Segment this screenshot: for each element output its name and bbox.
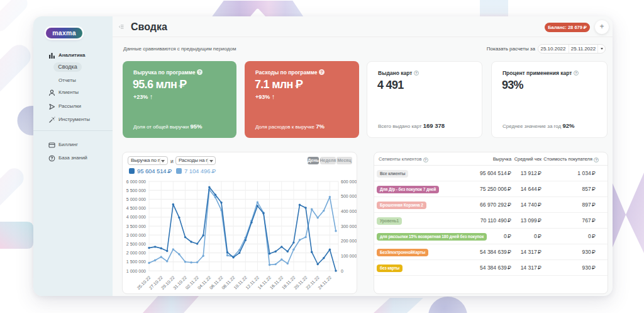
svg-text:300 000: 300 000 (341, 224, 357, 229)
svg-text:200 000: 200 000 (341, 239, 357, 243)
svg-text:4 000 000: 4 000 000 (126, 215, 146, 219)
svg-text:1 000 000: 1 000 000 (126, 269, 146, 273)
svg-text:5 000 000: 5 000 000 (126, 197, 146, 202)
svg-text:2 000 000: 2 000 000 (126, 251, 146, 255)
svg-text:3 500 000: 3 500 000 (126, 224, 146, 229)
svg-text:400 000: 400 000 (341, 209, 357, 213)
svg-text:1 500 000: 1 500 000 (126, 259, 146, 264)
svg-text:5 500 000: 5 500 000 (126, 188, 146, 193)
svg-text:2 500 000: 2 500 000 (126, 242, 146, 246)
svg-text:0: 0 (341, 269, 343, 273)
svg-text:24.11.22: 24.11.22 (317, 275, 332, 290)
svg-text:6 000 000: 6 000 000 (126, 179, 146, 184)
svg-text:600 000: 600 000 (341, 179, 357, 184)
svg-text:100 000: 100 000 (341, 254, 357, 258)
svg-text:4 500 000: 4 500 000 (126, 206, 146, 210)
svg-text:500 000: 500 000 (341, 194, 357, 198)
svg-text:3 000 000: 3 000 000 (126, 233, 146, 237)
